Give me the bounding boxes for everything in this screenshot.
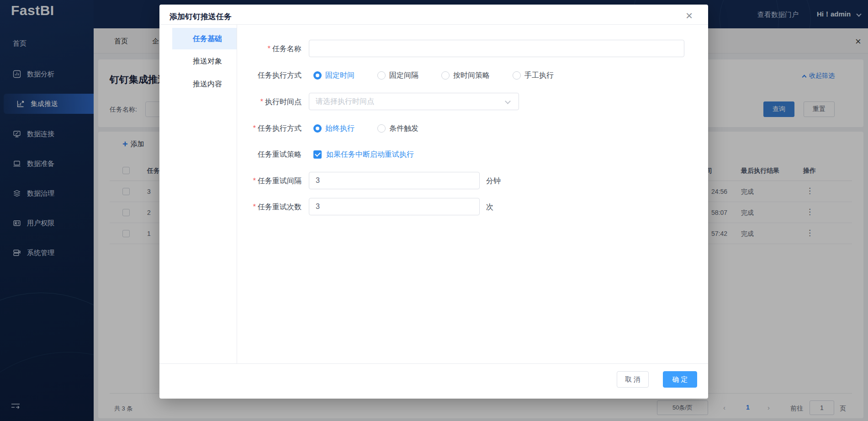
app-root: FastBI 首页 数据分析 集成推送 (0, 0, 868, 421)
required-mark: * (260, 98, 263, 106)
modal-close-icon[interactable]: × (686, 10, 693, 21)
required-mark: * (253, 177, 256, 185)
radio-fixed-interval-label[interactable]: 固定间隔 (389, 71, 418, 80)
retry-policy-label: 任务重试策略 (159, 150, 302, 160)
radio-time-strategy-label[interactable]: 按时间策略 (453, 71, 490, 80)
add-dingtalk-push-task-modal: 添加钉钉推送任务 × 任务基础 推送对象 推送内容 *任务名称 任务执行方式 固… (159, 5, 708, 399)
radio-condition-trigger-label[interactable]: 条件触发 (389, 124, 418, 133)
modal-footer-divider (159, 363, 708, 364)
cancel-button[interactable]: 取 消 (617, 371, 649, 388)
retry-policy-option-label[interactable]: 如果任务中断启动重试执行 (326, 150, 414, 160)
exec-schedule-label: 任务执行方式 (159, 71, 302, 80)
radio-always-run[interactable] (313, 124, 322, 133)
required-mark: * (268, 45, 270, 53)
retry-count-input[interactable] (309, 198, 480, 215)
radio-fixed-interval[interactable] (377, 71, 386, 80)
retry-interval-label: *任务重试间隔 (159, 176, 302, 186)
modal-title: 添加钉钉推送任务 (169, 11, 232, 22)
radio-time-strategy[interactable] (441, 71, 450, 80)
task-name-input[interactable] (309, 40, 684, 57)
radio-condition-trigger[interactable] (377, 124, 386, 133)
task-name-label: *任务名称 (159, 44, 302, 54)
modal-header-divider (159, 24, 708, 25)
retry-policy-checkbox[interactable] (313, 150, 322, 159)
radio-always-run-label[interactable]: 始终执行 (325, 124, 355, 133)
exec-time-select[interactable] (309, 93, 519, 110)
retry-count-label: *任务重试次数 (159, 203, 302, 212)
exec-condition-label: *任务执行方式 (159, 124, 302, 133)
required-mark: * (253, 124, 256, 132)
retry-interval-input[interactable] (309, 172, 480, 189)
radio-fixed-time[interactable] (313, 71, 322, 80)
required-mark: * (253, 203, 256, 211)
exec-time-label: *执行时间点 (159, 97, 302, 107)
retry-interval-unit: 分钟 (486, 176, 501, 186)
retry-count-unit: 次 (486, 203, 493, 212)
confirm-button[interactable]: 确 定 (663, 371, 697, 388)
radio-manual[interactable] (513, 71, 521, 80)
radio-manual-label[interactable]: 手工执行 (524, 71, 554, 80)
radio-fixed-time-label[interactable]: 固定时间 (325, 71, 355, 80)
